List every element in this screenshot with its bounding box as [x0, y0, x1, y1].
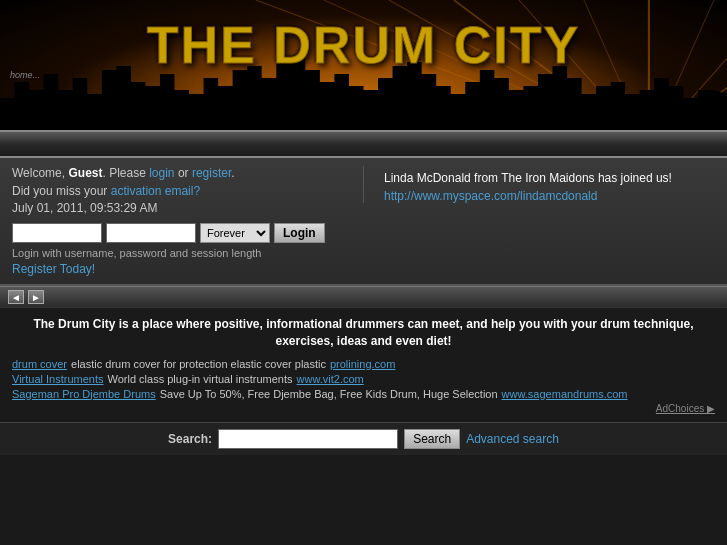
ad-3-url[interactable]: www.sagemandrums.com: [502, 388, 628, 400]
login-left-panel: Welcome, Guest. Please login or register…: [12, 166, 363, 276]
ad-3-main-link[interactable]: Sageman Pro Djembe Drums: [12, 388, 156, 400]
ad-2-description: World class plug-in virtual instruments: [108, 373, 293, 385]
top-nav-bar: [0, 130, 727, 158]
password-input[interactable]: [106, 223, 196, 243]
login-link[interactable]: login: [149, 166, 174, 180]
login-button[interactable]: Login: [274, 223, 325, 243]
ad-row-2: Virtual Instruments World class plug-in …: [12, 373, 715, 385]
advanced-search-link[interactable]: Advanced search: [466, 432, 559, 446]
login-form: Forever Login: [12, 223, 343, 243]
header-banner: THE DRUM CITY home...: [0, 0, 727, 130]
date-display: July 01, 2011, 09:53:29 AM: [12, 201, 343, 215]
activation-link[interactable]: activation email?: [111, 184, 200, 198]
join-profile-link[interactable]: http://www.myspace.com/lindamcdonald: [384, 189, 597, 203]
register-link[interactable]: register: [192, 166, 231, 180]
ad-row-3: Sageman Pro Djembe Drums Save Up To 50%,…: [12, 388, 715, 400]
search-bar: Search: Search Advanced search: [0, 422, 727, 455]
login-section: Welcome, Guest. Please login or register…: [0, 158, 727, 286]
join-text: Linda McDonald from The Iron Maidons has…: [384, 171, 715, 185]
ad-1-main-link[interactable]: drum cover: [12, 358, 67, 370]
banner-subtitle: home...: [10, 70, 40, 80]
session-select[interactable]: Forever: [200, 223, 270, 243]
ad-1-description: elastic drum cover for protection elasti…: [71, 358, 326, 370]
join-notice-panel: Linda McDonald from The Iron Maidons has…: [363, 166, 715, 203]
ad-row-1: drum cover elastic drum cover for protec…: [12, 358, 715, 370]
username-input[interactable]: [12, 223, 102, 243]
search-input[interactable]: [218, 429, 398, 449]
ad-1-url[interactable]: prolining.com: [330, 358, 395, 370]
search-label: Search:: [168, 432, 212, 446]
bottom-nav-bar: ◄ ►: [0, 286, 727, 308]
register-today-link[interactable]: Register Today!: [12, 262, 95, 276]
activation-text: Did you miss your activation email?: [12, 184, 343, 198]
nav-left-arrow[interactable]: ◄: [8, 290, 24, 304]
site-title: THE DRUM CITY: [147, 15, 580, 75]
welcome-message: Welcome, Guest. Please login or register…: [12, 166, 343, 180]
guest-label: Guest: [68, 166, 102, 180]
main-content: The Drum City is a place where positive,…: [0, 308, 727, 422]
intro-text: The Drum City is a place where positive,…: [12, 316, 715, 350]
ad-choices-link[interactable]: AdChoices ▶: [656, 403, 715, 414]
ad-3-description: Save Up To 50%, Free Djembe Bag, Free Ki…: [160, 388, 498, 400]
ad-2-main-link[interactable]: Virtual Instruments: [12, 373, 104, 385]
nav-right-arrow[interactable]: ►: [28, 290, 44, 304]
search-button[interactable]: Search: [404, 429, 460, 449]
ad-2-url[interactable]: www.vit2.com: [297, 373, 364, 385]
login-hint: Login with username, password and sessio…: [12, 247, 343, 259]
ad-choices: AdChoices ▶: [12, 403, 715, 414]
